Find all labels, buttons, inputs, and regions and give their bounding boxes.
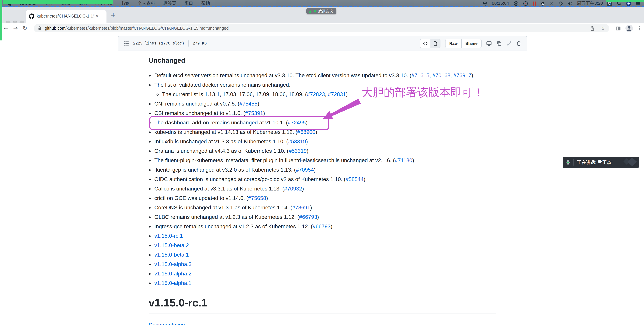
- menu-item[interactable]: 个人资料: [138, 0, 155, 7]
- raw-button[interactable]: Raw: [446, 39, 461, 48]
- issue-link[interactable]: #72495: [288, 120, 306, 125]
- annotation-note: 大胆的部署该版本即可！: [362, 86, 503, 99]
- issue-link[interactable]: #66793: [312, 223, 330, 229]
- bluetooth-icon[interactable]: [550, 1, 554, 6]
- share-icon[interactable]: [590, 26, 595, 31]
- changelog-text: The current list is 1.13.1, 17.03, 17.06…: [162, 91, 307, 97]
- copy-icon[interactable]: [496, 41, 502, 46]
- changelog-item: Grafana is unchanged at v4.4.3 as of Kub…: [154, 147, 496, 155]
- pause-recording-icon[interactable]: [514, 1, 518, 6]
- issue-link[interactable]: #76917: [454, 73, 472, 78]
- delete-trash-icon[interactable]: [516, 41, 521, 46]
- changelog-text: ): [412, 157, 414, 163]
- issue-link[interactable]: #66793: [299, 214, 317, 220]
- forward-button[interactable]: →: [11, 25, 20, 31]
- qq-penguin-icon[interactable]: [540, 1, 545, 6]
- menu-item[interactable]: 标签页: [163, 0, 176, 7]
- red-pause-icon[interactable]: [532, 1, 536, 6]
- changelog-text: ,: [429, 73, 432, 78]
- issue-link[interactable]: #75658: [248, 195, 266, 201]
- changelog-text: kube-dns is unchanged at v1.14.13 as of …: [154, 129, 298, 135]
- back-button[interactable]: ←: [1, 25, 11, 31]
- sidebar-icon[interactable]: [615, 26, 621, 31]
- meeting-status-pill[interactable]: 腾讯会议: [306, 8, 336, 14]
- issue-link[interactable]: #58544: [346, 176, 364, 182]
- divider: [188, 40, 189, 46]
- recording-timer: 00:16:04: [492, 1, 509, 6]
- changelog-item: v1.15.0-alpha.3: [154, 260, 496, 268]
- changelog-text: ): [314, 167, 316, 173]
- new-tab-button[interactable]: +: [110, 12, 116, 18]
- browser-toolbar: ← → ↻ github.com/kubernetes/kubernetes/b…: [0, 23, 644, 34]
- issue-link[interactable]: #75455: [240, 101, 258, 107]
- changelog-text: ): [306, 139, 308, 144]
- issue-link[interactable]: #53319: [288, 139, 306, 144]
- stop-recording-icon[interactable]: [523, 1, 528, 6]
- menu-item[interactable]: 帮助: [201, 0, 210, 7]
- address-bar[interactable]: github.com/kubernetes/kubernetes/blob/ma…: [34, 24, 609, 32]
- changelog-item: v1.15.0-rc.1: [154, 232, 496, 240]
- changelog-text: ): [258, 101, 259, 107]
- changelog-item-highlighted: The dashboard add-on remains unchanged a…: [154, 119, 496, 127]
- github-page: 2223 lines (1770 sloc) 279 KB Raw: [0, 34, 644, 325]
- issue-link[interactable]: #70954: [296, 167, 314, 173]
- menu-bar-clock[interactable]: 周五下午3:20: [577, 0, 603, 7]
- code-view-button[interactable]: [420, 39, 430, 48]
- blame-button[interactable]: Blame: [461, 39, 481, 48]
- changelog-item: Influxdb is unchanged at v1.3.3 as of Ku…: [154, 138, 496, 146]
- url-host: github.com: [45, 26, 66, 31]
- changelog-item: fluentd-gcp is unchanged at v3.2.0 as of…: [154, 166, 496, 174]
- menu-item[interactable]: 窗口: [184, 0, 193, 7]
- issue-link[interactable]: #78691: [292, 205, 310, 210]
- changelog-text: ): [266, 195, 268, 201]
- issue-link[interactable]: v1.15.0-rc.1: [154, 233, 183, 239]
- screen-share-edge-strip: [0, 0, 2, 41]
- issue-link[interactable]: #71180: [395, 157, 412, 163]
- changelog-text: The list of validated docker versions re…: [154, 82, 290, 88]
- raw-blame-group: Raw Blame: [445, 39, 482, 48]
- changelog-text: ): [302, 186, 304, 191]
- issue-link[interactable]: v1.15.0-alpha.3: [154, 261, 192, 267]
- tab-close-icon[interactable]: ×: [95, 14, 99, 19]
- issue-link[interactable]: #70168: [432, 73, 450, 78]
- issue-link[interactable]: v1.15.0-beta.1: [154, 252, 189, 257]
- github-favicon: [29, 14, 34, 19]
- open-desktop-icon[interactable]: [486, 41, 492, 46]
- changelog-item: v1.15.0-beta.1: [154, 251, 496, 259]
- changelog-item: The fluent-plugin-kubernetes_metadata_fi…: [154, 156, 496, 165]
- lock-icon: [38, 26, 42, 30]
- vpn-diamond-icon[interactable]: [558, 1, 563, 6]
- changelog-text: Influxdb is unchanged at v1.3.3 as of Ku…: [154, 139, 288, 144]
- documentation-link[interactable]: Documentation: [148, 321, 185, 325]
- issue-link[interactable]: #71615: [412, 73, 430, 78]
- issue-link[interactable]: #70932: [284, 186, 302, 191]
- profile-avatar[interactable]: [625, 24, 633, 32]
- edit-pencil-icon[interactable]: [506, 41, 512, 46]
- changelog-item: OIDC authentication is unchanged at core…: [154, 175, 496, 183]
- menu-item[interactable]: 书签: [121, 0, 130, 7]
- section-heading: Unchanged: [148, 56, 496, 65]
- table-of-contents-icon[interactable]: [124, 41, 129, 46]
- meeting-app-icon[interactable]: [482, 1, 488, 6]
- issue-link[interactable]: v1.15.0-alpha.1: [154, 280, 192, 286]
- changelog-text: ): [307, 148, 308, 154]
- changelog-item: v1.15.0-alpha.2: [154, 270, 496, 278]
- volume-icon[interactable]: [567, 1, 572, 6]
- reload-button[interactable]: ↻: [20, 25, 30, 31]
- rendered-view-button[interactable]: [430, 39, 440, 48]
- bookmark-star-icon[interactable]: ☆: [601, 25, 605, 31]
- changelog-item: GLBC remains unchanged at v1.2.3 as of K…: [154, 213, 496, 221]
- screen-share-dashed-border: [0, 6, 644, 7]
- browser-tab[interactable]: kubernetes/CHANGELOG-1.15. ×: [26, 10, 106, 23]
- browser-menu-icon[interactable]: [637, 26, 642, 31]
- issue-link[interactable]: v1.15.0-alpha.2: [154, 271, 192, 276]
- speaking-label: 正在讲话: 尹正杰;: [577, 159, 613, 165]
- issue-link[interactable]: #53319: [289, 148, 307, 154]
- changelog-text: Grafana is unchanged at v4.4.3 as of Kub…: [154, 148, 289, 154]
- changelog-text: ): [263, 110, 265, 116]
- version-heading: v1.15.0-rc.1: [148, 296, 496, 314]
- issue-link[interactable]: #68900: [298, 129, 316, 135]
- issue-link[interactable]: #75391: [245, 110, 263, 116]
- issue-link[interactable]: v1.15.0-beta.2: [154, 242, 189, 248]
- changelog-text: Calico is unchanged at v3.3.1 as of Kube…: [154, 186, 284, 191]
